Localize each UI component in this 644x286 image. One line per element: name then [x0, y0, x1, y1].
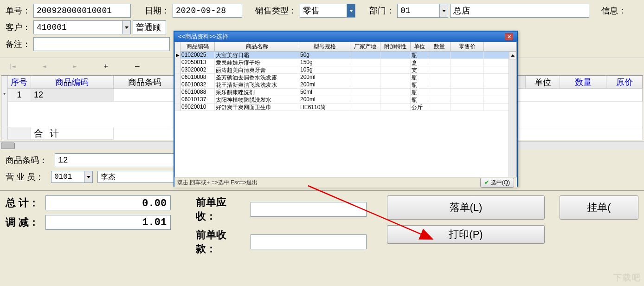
dialog-titlebar[interactable]: <<商品资料>>选择 ✕ — [174, 32, 517, 42]
total-label: 总 计： — [6, 196, 39, 210]
first-icon[interactable]: |◄ — [8, 63, 16, 70]
sale-type-value: 零售 — [300, 4, 347, 18]
prev-due-label: 前单应收： — [196, 195, 247, 223]
dept-label: 部门： — [369, 5, 394, 16]
dcol-qty[interactable]: 数量 — [428, 42, 451, 52]
col-seq[interactable]: 序号 — [8, 76, 31, 89]
dcol-origin[interactable]: 厂家产地 — [350, 42, 380, 52]
cell-barcode[interactable] — [114, 89, 176, 102]
customer-name-input[interactable] — [133, 20, 166, 34]
hold-button[interactable]: 挂单( — [560, 195, 638, 220]
watermark: 下载吧 — [613, 272, 641, 283]
adjust-label: 调 减： — [6, 215, 39, 229]
v-scrollbar[interactable] — [509, 52, 516, 177]
corner — [1, 76, 8, 89]
col-code[interactable]: 商品编码 — [31, 76, 114, 89]
dcol-price[interactable]: 零售价 — [451, 42, 484, 52]
barcode-input[interactable] — [55, 153, 194, 167]
dept-name-input[interactable] — [450, 4, 589, 18]
dialog-hint: 双击,回车或+ =>选中 Esc=>退出 — [177, 179, 258, 187]
col-qty[interactable]: 数量 — [560, 76, 606, 89]
dcol-unit[interactable]: 单位 — [411, 42, 428, 52]
dept-code-value: 01 — [398, 5, 439, 17]
clerk-code: 0101 — [52, 171, 84, 182]
barcode-label: 商品条码： — [6, 155, 47, 166]
plus-icon[interactable]: + — [103, 62, 108, 71]
dialog-row[interactable]: 09020010好舒爽干爽网面卫生巾HE6110简公斤 — [175, 104, 516, 111]
date-label: 日期： — [145, 5, 170, 16]
dcol-code[interactable]: 商品编码 — [180, 42, 215, 52]
minus-icon[interactable]: — — [135, 62, 140, 71]
cell-seq: 1 — [8, 89, 31, 102]
dcol-blank — [484, 42, 516, 52]
dept-code-combo[interactable]: 01 — [397, 4, 448, 18]
chevron-down-icon[interactable] — [122, 21, 130, 34]
total-value: 0.00 — [45, 195, 171, 210]
dialog-row[interactable]: 06010008圣芳碘油去屑香水洗发露200ml瓶 — [175, 74, 516, 81]
dialog-title: <<商品资料>>选择 — [178, 32, 228, 41]
close-icon[interactable]: ✕ — [505, 33, 513, 40]
prev-paid-label: 前单收款： — [196, 228, 247, 256]
chevron-down-icon[interactable] — [84, 171, 92, 182]
dialog-row[interactable]: 06010137太阳神植物防脱洗发水200ml瓶 — [175, 96, 516, 104]
col-orig[interactable]: 原价 — [606, 76, 643, 89]
dialog-row[interactable]: 06010032花王清新爽洁飞逸洗发水200ml瓶 — [175, 81, 516, 89]
dialog-grid[interactable]: 商品编码 商品名称 型号规格 厂家产地 附加特性 单位 数量 零售价 ▶0102… — [174, 42, 517, 177]
select-btn-label: 选中(Q) — [491, 179, 510, 187]
dcol-name[interactable]: 商品名称 — [215, 42, 299, 52]
clerk-combo[interactable]: 0101 — [51, 171, 93, 183]
check-icon: ✔ — [484, 179, 489, 186]
prev-due-value — [251, 202, 367, 217]
date-input[interactable] — [173, 4, 242, 18]
prev-paid-value — [251, 234, 367, 249]
order-no-label: 单号： — [6, 5, 31, 16]
prev-icon[interactable]: ◄ — [43, 63, 46, 70]
col-unit[interactable]: 单位 — [526, 76, 560, 89]
clerk-label: 营 业 员： — [6, 171, 44, 182]
cell-code[interactable]: 12 — [31, 89, 114, 102]
print-button[interactable]: 打印(P) — [387, 225, 545, 244]
scroll-up-icon[interactable] — [509, 52, 516, 59]
dcol-spec[interactable]: 型号规格 — [299, 42, 350, 52]
dialog-row[interactable]: ▶01020025大宝美容日霜50g瓶 — [175, 52, 516, 59]
select-button[interactable]: ✔选中(Q) — [480, 178, 514, 188]
info-label: 信息： — [601, 5, 626, 16]
dialog-row[interactable]: 03020002丽涛超美白清爽牙膏105g支 — [175, 66, 516, 74]
remark-label: 备注： — [6, 39, 31, 50]
sale-type-combo[interactable]: 零售 — [300, 4, 355, 18]
dcol-attr[interactable]: 附加特性 — [380, 42, 411, 52]
chevron-down-icon[interactable] — [439, 4, 448, 17]
customer-label: 客户： — [6, 22, 31, 33]
customer-value: 410001 — [34, 21, 122, 33]
product-select-dialog: <<商品资料>>选择 ✕ 商品编码 商品名称 型号规格 厂家产地 附加特性 单位… — [174, 31, 518, 187]
next-icon[interactable]: ► — [73, 63, 77, 70]
remark-input[interactable] — [33, 37, 170, 51]
order-no-input[interactable] — [33, 4, 131, 18]
row-marker: * — [1, 89, 8, 102]
sum-label: 合 计 — [31, 127, 114, 140]
dialog-row[interactable]: 06010088采乐酮康唑洗剂50ml瓶 — [175, 89, 516, 96]
sale-type-label: 销售类型： — [255, 5, 297, 16]
adjust-input[interactable] — [45, 215, 171, 230]
customer-combo[interactable]: 410001 — [33, 20, 131, 34]
submit-button[interactable]: 落单(L) — [387, 195, 545, 220]
dialog-row[interactable]: 02050013爱民娃娃乐痱子粉150g盒 — [175, 59, 516, 66]
chevron-down-icon[interactable] — [347, 4, 355, 17]
col-barcode[interactable]: 商品条码 — [114, 76, 176, 89]
